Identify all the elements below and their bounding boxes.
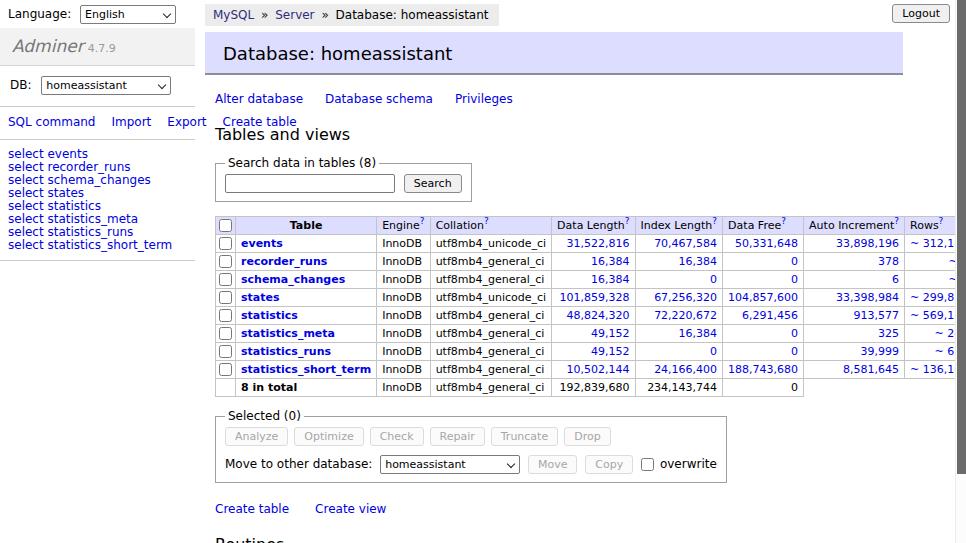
column-help-link[interactable]: ? xyxy=(894,216,899,226)
data-free-link[interactable]: 188,743,680 xyxy=(728,363,798,376)
table-row: statistics InnoDB utf8mb4_general_ci 48,… xyxy=(216,307,966,325)
data-length-link[interactable]: 48,824,320 xyxy=(567,309,630,322)
sidebar-action-link[interactable]: Export xyxy=(167,115,206,129)
column-help-link[interactable]: ? xyxy=(939,216,944,226)
main-content: MySQL » Server » Database: homeassistant… xyxy=(205,0,903,543)
row-checkbox[interactable] xyxy=(219,309,232,322)
data-length-link[interactable]: 10,502,144 xyxy=(567,363,630,376)
language-select[interactable]: English xyxy=(80,5,176,24)
auto-increment-link[interactable]: 39,999 xyxy=(861,345,900,358)
index-length-link[interactable]: 16,384 xyxy=(679,255,718,268)
row-checkbox[interactable] xyxy=(219,273,232,286)
engine-cell: InnoDB xyxy=(377,361,430,379)
index-length-link[interactable]: 0 xyxy=(710,345,717,358)
create-link[interactable]: Create table xyxy=(215,502,289,516)
sidebar-select-table-link[interactable]: select statistics_short_term xyxy=(8,239,187,252)
data-free-link[interactable]: 0 xyxy=(791,273,798,286)
column-help-link[interactable]: ? xyxy=(484,216,489,226)
table-name-link[interactable]: recorder_runs xyxy=(241,255,327,268)
row-checkbox[interactable] xyxy=(219,327,232,340)
overwrite-checkbox[interactable] xyxy=(641,458,654,471)
data-length-link[interactable]: 101,859,328 xyxy=(560,291,630,304)
data-length-link[interactable]: 16,384 xyxy=(591,273,630,286)
selected-action-button[interactable]: Repair xyxy=(430,427,485,446)
data-length-link[interactable]: 31,522,816 xyxy=(567,237,630,250)
total-label: 8 in total xyxy=(236,379,377,397)
data-free-link[interactable]: 0 xyxy=(791,327,798,340)
row-checkbox[interactable] xyxy=(219,291,232,304)
select-all-checkbox[interactable] xyxy=(219,219,232,232)
table-name-link[interactable]: events xyxy=(241,237,283,250)
database-action-link[interactable]: Alter database xyxy=(215,92,303,106)
auto-increment-link[interactable]: 33,898,196 xyxy=(836,237,899,250)
column-header-data-length: Data Length? xyxy=(552,217,635,235)
selected-legend: Selected (0) xyxy=(225,409,304,423)
column-header-auto-increment: Auto Increment? xyxy=(804,217,905,235)
selected-action-button[interactable]: Optimize xyxy=(294,427,363,446)
table-name-link[interactable]: statistics xyxy=(241,309,298,322)
column-help-link[interactable]: ? xyxy=(712,216,717,226)
column-help-link[interactable]: ? xyxy=(420,216,425,226)
index-length-link[interactable]: 0 xyxy=(710,273,717,286)
selected-action-button[interactable]: Truncate xyxy=(491,427,558,446)
auto-increment-link[interactable]: 325 xyxy=(878,327,899,340)
row-checkbox[interactable] xyxy=(219,345,232,358)
row-checkbox[interactable] xyxy=(219,237,232,250)
data-free-link[interactable]: 6,291,456 xyxy=(742,309,798,322)
search-button[interactable]: Search xyxy=(404,174,462,193)
data-length-link[interactable]: 49,152 xyxy=(591,327,630,340)
adminer-logo-link[interactable]: Adminer xyxy=(12,36,84,56)
sidebar-actions: SQL commandImportExportCreate table xyxy=(0,107,195,140)
auto-increment-link[interactable]: 913,577 xyxy=(854,309,900,322)
sidebar-action-link[interactable]: Import xyxy=(111,115,151,129)
breadcrumb: MySQL » Server » Database: homeassistant xyxy=(205,4,499,26)
table-name-link[interactable]: statistics_runs xyxy=(241,345,331,358)
data-length-link[interactable]: 49,152 xyxy=(591,345,630,358)
index-length-link[interactable]: 24,166,400 xyxy=(654,363,717,376)
row-checkbox[interactable] xyxy=(219,255,232,268)
breadcrumb-link-mysql[interactable]: MySQL xyxy=(213,8,254,22)
sidebar-tables-list: select eventsselect recorder_runsselect … xyxy=(0,140,195,261)
move-database-select[interactable]: homeassistant xyxy=(380,455,520,474)
data-length-link[interactable]: 16,384 xyxy=(591,255,630,268)
selected-action-button[interactable]: Analyze xyxy=(225,427,288,446)
engine-cell: InnoDB xyxy=(377,271,430,289)
table-name-link[interactable]: states xyxy=(241,291,280,304)
data-free-link[interactable]: 50,331,648 xyxy=(735,237,798,250)
table-name-link[interactable]: statistics_meta xyxy=(241,327,335,340)
column-help-link[interactable]: ? xyxy=(625,216,630,226)
auto-increment-link[interactable]: 6 xyxy=(892,273,899,286)
search-input[interactable] xyxy=(225,174,395,193)
table-name-link[interactable]: schema_changes xyxy=(241,273,345,286)
adminer-page: Language: English Logout Adminer4.7.9 DB… xyxy=(0,0,966,543)
database-action-link[interactable]: Database schema xyxy=(325,92,433,106)
row-checkbox[interactable] xyxy=(219,363,232,376)
data-free-link[interactable]: 0 xyxy=(791,345,798,358)
index-length-link[interactable]: 16,384 xyxy=(679,327,718,340)
adminer-version-link[interactable]: 4.7.9 xyxy=(88,42,116,55)
collation-cell: utf8mb4_general_ci xyxy=(430,271,551,289)
sidebar-action-link[interactable]: SQL command xyxy=(8,115,95,129)
auto-increment-link[interactable]: 8,581,645 xyxy=(843,363,899,376)
engine-cell: InnoDB xyxy=(377,253,430,271)
database-action-link[interactable]: Privileges xyxy=(455,92,513,106)
selected-action-button[interactable]: Drop xyxy=(564,427,610,446)
db-select[interactable]: homeassistant xyxy=(41,76,171,95)
column-help-link[interactable]: ? xyxy=(781,216,786,226)
vertical-scrollbar[interactable] xyxy=(955,0,966,543)
copy-button[interactable]: Copy xyxy=(585,455,633,474)
index-length-link[interactable]: 67,256,320 xyxy=(654,291,717,304)
index-length-link[interactable]: 70,467,584 xyxy=(654,237,717,250)
create-link[interactable]: Create view xyxy=(315,502,386,516)
auto-increment-link[interactable]: 378 xyxy=(878,255,899,268)
table-footer-row: 8 in total InnoDB utf8mb4_general_ci 192… xyxy=(216,379,966,397)
breadcrumb-link-server[interactable]: Server xyxy=(275,8,314,22)
auto-increment-link[interactable]: 33,398,984 xyxy=(836,291,899,304)
data-free-link[interactable]: 104,857,600 xyxy=(728,291,798,304)
index-length-link[interactable]: 72,220,672 xyxy=(654,309,717,322)
selected-action-button[interactable]: Check xyxy=(370,427,424,446)
table-name-link[interactable]: statistics_short_term xyxy=(241,363,371,376)
move-button[interactable]: Move xyxy=(528,455,578,474)
data-free-link[interactable]: 0 xyxy=(791,255,798,268)
scrollbar-thumb[interactable] xyxy=(957,0,966,474)
